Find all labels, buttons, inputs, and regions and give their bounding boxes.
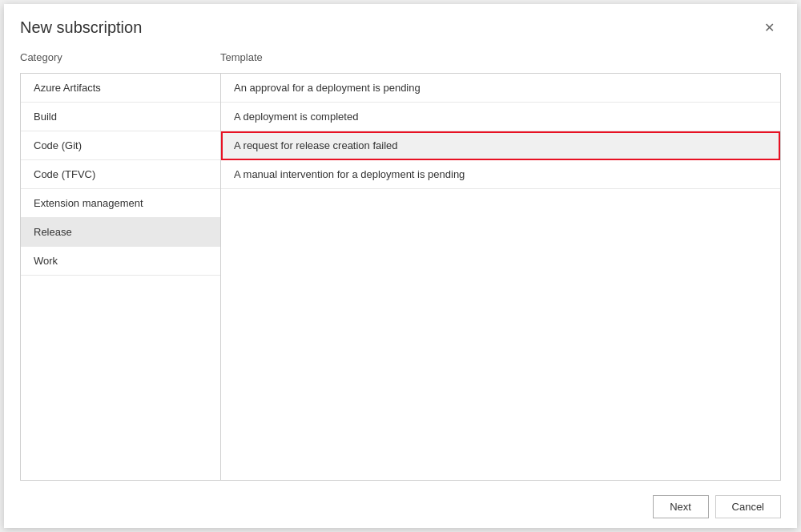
category-item-build[interactable]: Build [21,103,220,131]
category-item-code-git[interactable]: Code (Git) [21,131,220,160]
category-panel: Azure Artifacts Build Code (Git) Code (T… [21,74,221,480]
dialog-header: New subscription ✕ [4,4,797,45]
column-headers: Category Template [20,45,781,70]
panels-container: Azure Artifacts Build Code (Git) Code (T… [20,73,781,481]
template-item-manual-intervention[interactable]: A manual intervention for a deployment i… [221,160,780,189]
category-item-release[interactable]: Release [21,218,220,247]
next-button[interactable]: Next [653,495,709,518]
category-item-work[interactable]: Work [21,247,220,276]
close-button[interactable]: ✕ [758,17,781,38]
dialog-title: New subscription [20,18,142,37]
template-panel: An approval for a deployment is pending … [221,74,780,480]
template-item-approval-deployment[interactable]: An approval for a deployment is pending [221,74,780,103]
new-subscription-dialog: New subscription ✕ Category Template Azu… [4,4,797,528]
cancel-button[interactable]: Cancel [715,495,781,518]
category-item-azure-artifacts[interactable]: Azure Artifacts [21,74,220,103]
template-item-deployment-completed[interactable]: A deployment is completed [221,103,780,131]
category-column-header: Category [20,51,220,63]
dialog-content: Category Template Azure Artifacts Build … [4,45,797,481]
category-item-extension-management[interactable]: Extension management [21,189,220,218]
dialog-footer: Next Cancel [4,486,797,528]
template-item-release-creation-failed[interactable]: A request for release creation failed [221,131,780,160]
template-column-header: Template [220,51,781,63]
category-item-code-tfvc[interactable]: Code (TFVC) [21,160,220,189]
